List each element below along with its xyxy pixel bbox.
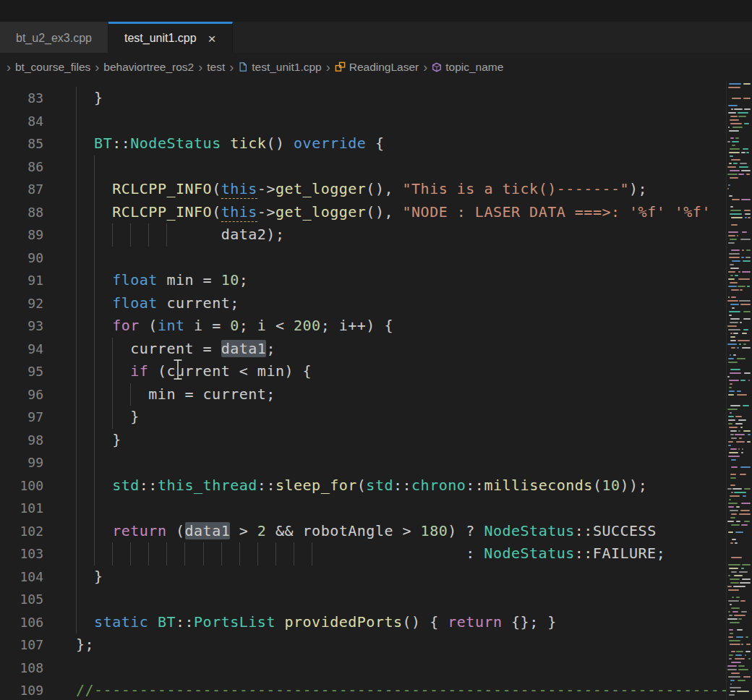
- minimap-line: [742, 448, 744, 450]
- indent-guide: [76, 520, 77, 543]
- code-line-88[interactable]: RCLCPP_INFO(this->get_logger(), "NODE : …: [65, 201, 726, 224]
- line-number[interactable]: 103: [0, 542, 65, 565]
- code-line-98[interactable]: }: [65, 429, 726, 452]
- code-line-85[interactable]: BT::NodeStatus tick() override {: [65, 132, 726, 155]
- indent-guide: [112, 338, 113, 361]
- line-number[interactable]: 104: [0, 565, 65, 589]
- indent-guide: [76, 315, 77, 338]
- line-number[interactable]: 90: [0, 247, 65, 270]
- minimap-line: [735, 542, 738, 544]
- line-number[interactable]: 86: [0, 155, 65, 179]
- code-token: ->: [257, 180, 275, 197]
- line-number[interactable]: 88: [0, 201, 65, 224]
- code-token: BT: [158, 613, 176, 631]
- code-line-86[interactable]: [65, 155, 726, 179]
- code-line-89[interactable]: data2);: [65, 223, 726, 247]
- breadcrumb-item-readinglaser[interactable]: ReadingLaser: [335, 61, 419, 74]
- line-number[interactable]: 95: [0, 360, 65, 383]
- code-line-90[interactable]: [65, 247, 726, 270]
- indent-guide: [76, 383, 77, 406]
- line-number[interactable]: 97: [0, 406, 65, 429]
- minimap-line: [733, 586, 745, 587]
- code-token: return: [448, 613, 502, 631]
- code-token: ::: [176, 613, 194, 631]
- code-line-107[interactable]: };: [65, 633, 726, 657]
- minimap-line: [727, 174, 737, 175]
- code-token: {: [366, 135, 384, 152]
- line-number[interactable]: 100: [0, 474, 65, 498]
- code-line-84[interactable]: [65, 110, 726, 133]
- code-line-87[interactable]: RCLCPP_INFO(this->get_logger(), "This is…: [65, 178, 726, 201]
- line-number[interactable]: 107: [0, 633, 65, 657]
- code-line-106[interactable]: static BT::PortsList providedPorts() { r…: [65, 611, 726, 634]
- code-line-83[interactable]: }: [65, 87, 726, 110]
- minimap-line: [730, 318, 740, 320]
- line-number[interactable]: 106: [0, 611, 65, 634]
- line-number[interactable]: 93: [0, 315, 65, 338]
- line-number[interactable]: 105: [0, 588, 65, 611]
- code-token: RCLCPP_INFO: [112, 203, 212, 221]
- minimap-line: [748, 380, 750, 381]
- minimap-line: [731, 108, 733, 110]
- minimap-line: [728, 532, 733, 533]
- breadcrumb-item-test[interactable]: test: [207, 61, 225, 74]
- close-icon[interactable]: ×: [208, 32, 216, 46]
- minimap-line: [730, 485, 735, 486]
- breadcrumb-item-bt-course-files[interactable]: bt_course_files: [15, 61, 90, 74]
- code-line-100[interactable]: std::this_thread::sleep_for(std::chrono:…: [65, 474, 726, 498]
- code-line-101[interactable]: [65, 497, 726, 520]
- code-line-93[interactable]: for (int i = 0; i < 200; i++) {: [65, 315, 726, 338]
- code-line-108[interactable]: [65, 657, 726, 680]
- minimap-line: [741, 568, 744, 569]
- minimap-line: [736, 521, 741, 522]
- line-number[interactable]: 94: [0, 338, 65, 361]
- line-number[interactable]: 109: [0, 679, 65, 700]
- line-number[interactable]: 92: [0, 292, 65, 315]
- code-line-103[interactable]: : NodeStatus::FAILURE;: [65, 542, 726, 565]
- line-number[interactable]: 84: [0, 110, 65, 133]
- code-area[interactable]: } BT::NodeStatus tick() override { RCLCP…: [65, 81, 726, 700]
- minimap-line: [729, 152, 740, 153]
- code-line-104[interactable]: }: [65, 565, 726, 589]
- line-number[interactable]: 101: [0, 497, 65, 520]
- line-number[interactable]: 98: [0, 429, 65, 452]
- minimap-line: [735, 654, 741, 656]
- code-line-102[interactable]: return (data1 > 2 && robotAngle > 180) ?…: [65, 520, 726, 543]
- minimap-line: [743, 148, 748, 150]
- line-number[interactable]: 99: [0, 451, 65, 474]
- tab-test_unit1-cpp[interactable]: test_unit1.cpp ×: [108, 22, 233, 53]
- line-number[interactable]: 108: [0, 657, 65, 680]
- breadcrumb-label: ReadingLaser: [349, 61, 419, 74]
- code-line-99[interactable]: [65, 451, 726, 474]
- code-line-92[interactable]: float current;: [65, 292, 726, 315]
- minimap-line: [730, 336, 735, 338]
- code-line-95[interactable]: if (current < min) {: [65, 360, 726, 383]
- line-number[interactable]: 96: [0, 383, 65, 406]
- code-line-94[interactable]: current = data1;: [65, 338, 726, 361]
- minimap-line: [747, 441, 751, 443]
- indent-guide: [94, 542, 95, 565]
- minimap-line: [730, 517, 735, 518]
- code-line-97[interactable]: }: [65, 406, 726, 429]
- breadcrumb-item-topic-name[interactable]: topic_name: [432, 61, 503, 74]
- minimap-line: [734, 575, 743, 576]
- minimap-line: [728, 112, 736, 114]
- line-number[interactable]: 87: [0, 178, 65, 201]
- code-line-96[interactable]: min = current;: [65, 383, 726, 406]
- breadcrumb-item-behaviortree-ros2[interactable]: behaviortree_ros2: [103, 61, 194, 74]
- line-number[interactable]: 85: [0, 132, 65, 155]
- line-number[interactable]: 102: [0, 520, 65, 543]
- code-line-105[interactable]: [65, 588, 726, 611]
- minimap-line: [738, 419, 747, 421]
- minimap-line: [730, 604, 732, 605]
- minimap-line: [728, 506, 733, 508]
- code-line-91[interactable]: float min = 10;: [65, 269, 726, 292]
- line-number[interactable]: 91: [0, 269, 65, 292]
- tab-bt_u2_ex3-cpp[interactable]: bt_u2_ex3.cpp: [0, 22, 108, 53]
- line-number[interactable]: 89: [0, 223, 65, 247]
- minimap[interactable]: [726, 81, 752, 700]
- code-line-109[interactable]: //--------------------------------------…: [65, 679, 726, 700]
- minimap-line: [742, 249, 744, 251]
- breadcrumb-item-test-unit1-cpp[interactable]: test_unit1.cpp: [238, 61, 322, 74]
- line-number[interactable]: 83: [0, 87, 65, 110]
